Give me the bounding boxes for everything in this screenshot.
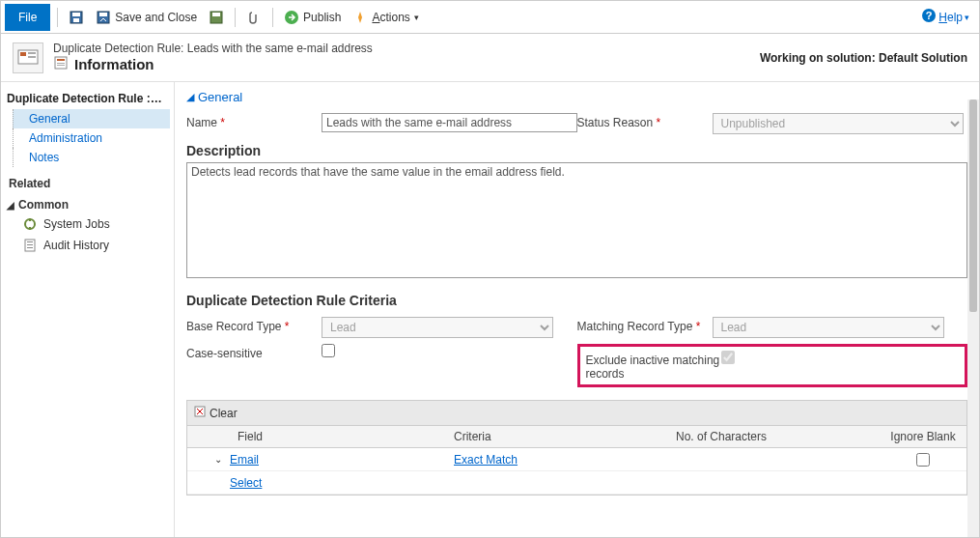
chevron-down-icon: ▾ xyxy=(965,13,969,22)
field-link[interactable]: Email xyxy=(230,453,259,467)
nav-related-system-jobs[interactable]: System Jobs xyxy=(5,213,170,235)
section-general[interactable]: ◢ General xyxy=(186,82,967,110)
scrollbar-thumb[interactable] xyxy=(969,99,977,312)
separator xyxy=(272,8,273,27)
nav-sidebar: Duplicate Detection Rule :… General Admi… xyxy=(1,82,175,537)
record-header: Duplicate Detection Rule: Leads with the… xyxy=(1,34,979,82)
save-button[interactable] xyxy=(65,6,88,29)
save-icon xyxy=(69,10,84,25)
base-record-type-select[interactable]: Lead xyxy=(322,317,553,338)
svg-marker-8 xyxy=(358,12,362,23)
help-label: Help xyxy=(938,11,963,24)
help-menu[interactable]: ? Help ▾ xyxy=(915,6,975,28)
svg-rect-23 xyxy=(27,241,33,242)
description-textarea[interactable] xyxy=(186,162,967,278)
actions-label: AActionsctions xyxy=(372,11,409,24)
criteria-grid: Clear Field Criteria No. of Characters I… xyxy=(186,400,967,496)
matching-record-type-select[interactable]: Lead xyxy=(713,317,944,338)
nav-item-general[interactable]: General xyxy=(13,109,170,128)
save-and-close-button[interactable]: Save and Close xyxy=(92,6,201,29)
chevron-down-icon: ▾ xyxy=(414,13,419,22)
grid-row-new[interactable]: Select xyxy=(187,471,966,495)
publish-button[interactable]: Publish xyxy=(280,6,345,29)
grid-toolbar: Clear xyxy=(187,401,966,425)
actions-menu[interactable]: AActionsctions ▾ xyxy=(349,6,422,29)
col-ignore: Ignore Blank xyxy=(880,426,966,447)
description-label: Description xyxy=(186,137,967,162)
separator xyxy=(57,8,58,27)
name-label: Name xyxy=(186,113,322,129)
separator xyxy=(235,8,236,27)
svg-rect-24 xyxy=(27,244,33,245)
scrollbar[interactable] xyxy=(967,99,979,537)
related-header: Related xyxy=(5,167,170,194)
svg-rect-13 xyxy=(28,52,36,54)
save-close-icon xyxy=(96,10,111,25)
publish-label: Publish xyxy=(303,11,341,24)
criteria-link[interactable]: Exact Match xyxy=(454,453,518,467)
audit-history-label: Audit History xyxy=(43,239,109,252)
svg-rect-6 xyxy=(212,13,220,16)
system-jobs-label: System Jobs xyxy=(43,217,110,231)
svg-rect-2 xyxy=(73,18,79,22)
nav-related-audit-history[interactable]: Audit History xyxy=(5,235,170,256)
form-icon xyxy=(53,55,69,73)
grid-row[interactable]: ⌄ Email Exact Match xyxy=(187,448,966,471)
clear-button[interactable]: Clear xyxy=(193,405,238,421)
system-jobs-icon xyxy=(22,216,38,232)
col-chars: No. of Characters xyxy=(670,426,880,447)
paperclip-icon xyxy=(246,10,262,25)
entity-icon xyxy=(13,42,43,73)
criteria-header: Duplicate Detection Rule Criteria xyxy=(186,281,967,314)
save-as-button[interactable] xyxy=(205,6,228,29)
svg-rect-14 xyxy=(28,56,36,58)
save-close-label: Save and Close xyxy=(115,11,197,24)
section-general-label: General xyxy=(198,90,242,104)
audit-history-icon xyxy=(22,238,38,253)
clear-icon xyxy=(193,405,207,421)
svg-rect-18 xyxy=(57,65,65,66)
svg-rect-17 xyxy=(57,63,65,64)
related-common-group[interactable]: ◢ Common xyxy=(5,194,170,213)
svg-rect-21 xyxy=(29,227,31,230)
exclude-inactive-label: Exclude inactive matching records xyxy=(586,351,721,381)
clear-label: Clear xyxy=(210,407,238,420)
attach-button[interactable] xyxy=(242,6,266,29)
status-reason-select[interactable]: Unpublished xyxy=(713,113,964,134)
case-sensitive-checkbox[interactable] xyxy=(322,344,335,357)
entity-crumb: Duplicate Detection Rule :… xyxy=(5,88,170,109)
expand-icon[interactable]: ⌄ xyxy=(214,454,224,465)
col-criteria: Criteria xyxy=(448,426,670,447)
base-record-type-label: Base Record Type xyxy=(186,317,322,333)
grid-header: Field Criteria No. of Characters Ignore … xyxy=(187,425,966,448)
save-as-icon xyxy=(209,10,224,25)
collapse-icon: ◢ xyxy=(7,200,14,211)
record-path: Duplicate Detection Rule: Leads with the… xyxy=(53,42,750,55)
actions-icon xyxy=(352,10,368,25)
matching-record-type-label: Matching Record Type xyxy=(577,317,713,333)
ignore-blank-checkbox[interactable] xyxy=(916,453,930,467)
nav-item-administration[interactable]: Administration xyxy=(13,128,170,148)
svg-rect-4 xyxy=(99,13,107,16)
svg-rect-16 xyxy=(57,59,65,61)
collapse-icon: ◢ xyxy=(186,91,194,103)
name-input[interactable] xyxy=(322,113,577,132)
svg-rect-12 xyxy=(20,52,26,56)
solution-context: Working on solution: Default Solution xyxy=(760,51,967,65)
form-main: ◢ General Name Status Reason Unpublished… xyxy=(175,82,979,537)
svg-rect-25 xyxy=(27,247,33,248)
select-link[interactable]: Select xyxy=(230,476,262,490)
status-reason-label: Status Reason xyxy=(577,113,713,129)
col-field: Field xyxy=(187,426,448,447)
svg-rect-1 xyxy=(72,13,80,16)
form-title: Information xyxy=(74,56,154,72)
case-sensitive-label: Case-sensitive xyxy=(186,344,322,360)
help-icon: ? xyxy=(921,8,937,26)
file-button[interactable]: File xyxy=(5,4,50,31)
exclude-inactive-checkbox[interactable] xyxy=(721,351,735,364)
publish-icon xyxy=(284,10,299,25)
svg-rect-20 xyxy=(29,218,31,221)
common-label: Common xyxy=(18,198,69,212)
toolbar: File Save and Close Publish AActionsctio… xyxy=(1,1,979,34)
nav-item-notes[interactable]: Notes xyxy=(13,148,170,167)
